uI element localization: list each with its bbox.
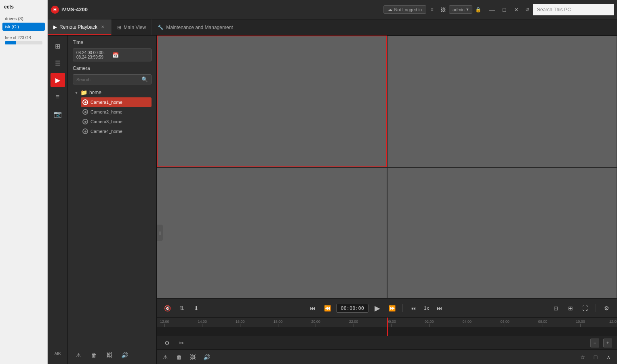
taskbar-right: ☆ □ ∧ <box>577 352 614 362</box>
grid-view-button[interactable]: ⊞ <box>565 303 576 314</box>
camera-item-2[interactable]: Camera2_home <box>81 107 152 117</box>
sidebar-list-btn[interactable]: ≡ <box>51 90 65 104</box>
tick-0600: 06:00 <box>500 320 510 327</box>
taskbar-up-icon[interactable]: ∧ <box>603 352 614 362</box>
folder-icon: 📁 <box>80 89 87 96</box>
fullscreen-button[interactable]: ⛶ <box>579 303 591 314</box>
delete-icon-btn[interactable]: 🗑 <box>88 349 99 361</box>
skip-back-button[interactable]: ⏮ <box>408 303 419 314</box>
group-name: home <box>89 90 101 95</box>
thumbnail-view-button[interactable]: ⊡ <box>550 303 562 314</box>
time-input[interactable]: 08.24 00:00:00-08.24 23:59:59 📅 <box>73 48 152 61</box>
grid-icon-btn[interactable]: ≡ <box>426 4 438 15</box>
os-panel-title: ects <box>2 3 45 11</box>
expand-arrow-icon: ▼ <box>74 90 78 95</box>
video-area: ‖ 🔇 ⇅ ⬇ ⏮ ⏪ 00:00:00 ▶ ⏩ ⏮ <box>157 36 617 364</box>
video-cell-1[interactable] <box>157 36 387 167</box>
tree-group-header-home[interactable]: ▼ 📁 home <box>73 88 152 97</box>
fast-forward-button[interactable]: ⏩ <box>386 303 398 314</box>
not-logged-in-badge[interactable]: ☁ Not Logged in <box>383 5 427 14</box>
tick-0200: 02:00 <box>425 320 434 327</box>
equalizer-button[interactable]: ⇅ <box>176 303 187 314</box>
timeline-zoom-out-btn[interactable]: − <box>590 339 599 347</box>
sidebar-camera-btn[interactable]: 📷 <box>51 107 65 121</box>
timeline-scissors-btn[interactable]: ✂ <box>176 338 187 348</box>
bottom-panel: ⚠ 🗑 🖼 🔊 <box>68 346 156 364</box>
mute-button[interactable]: 🔇 <box>162 303 173 314</box>
skip-forward-button[interactable]: ⏭ <box>434 303 445 314</box>
taskbar-square-icon[interactable]: □ <box>590 352 601 362</box>
taskbar-warning-icon[interactable]: ⚠ <box>160 352 171 362</box>
timeline-track-area[interactable] <box>157 327 617 336</box>
disk-bar <box>5 41 42 44</box>
audio-icon-btn[interactable]: 🔊 <box>119 349 130 361</box>
timeline-playhead[interactable] <box>387 318 388 327</box>
playback-tab-icon: ▶ <box>53 24 57 30</box>
tick-0000: 00:00 <box>387 320 396 327</box>
taskbar: ⚠ 🗑 🖼 🔊 ☆ □ ∧ <box>157 349 617 364</box>
taskbar-audio-icon[interactable]: 🔊 <box>201 352 212 362</box>
timeline-ticks: 12:00 14:00 16:00 18:00 20:00 22:00 00:0… <box>160 318 614 327</box>
tab-remote-playback[interactable]: ▶ Remote Playback ✕ <box>48 19 112 35</box>
timeline-zoom-in-btn[interactable]: + <box>603 339 612 347</box>
video-cell-3[interactable]: ‖ <box>157 167 387 299</box>
rewind-button[interactable]: ⏪ <box>322 303 333 314</box>
play-button[interactable]: ▶ <box>372 303 383 314</box>
refresh-btn[interactable]: ↺ <box>522 4 533 15</box>
main-content: ⊞ ☰ ▶ ≡ 📷 AIK Time 08.24 00:00:00-08.24 … <box>48 36 617 364</box>
warning-icon-btn[interactable]: ⚠ <box>73 349 84 361</box>
timeline-area: 12:00 14:00 16:00 18:00 20:00 22:00 00:0… <box>157 317 617 349</box>
camera-search-input[interactable] <box>76 77 141 82</box>
taskbar-image-icon[interactable]: 🖼 <box>187 352 198 362</box>
video-cell-4[interactable] <box>387 167 617 299</box>
tick-1000: 10:00 <box>576 320 585 327</box>
os-disk-item[interactable]: isk (C:) <box>2 23 45 31</box>
time-value: 08.24 00:00:00-08.24 23:59:59 <box>76 50 112 59</box>
camera-item-4[interactable]: Camera4_home <box>81 126 152 136</box>
image-icon-btn-bottom[interactable]: 🖼 <box>103 349 115 361</box>
image-icon-btn[interactable]: 🖼 <box>438 4 449 15</box>
camera-section: Camera 🔍 ▼ 📁 home <box>68 65 156 346</box>
cam-status-icon-2 <box>82 109 88 115</box>
tab-bar: ▶ Remote Playback ✕ ⊞ Main View 🔧 Mainte… <box>48 19 617 36</box>
windows-search-input[interactable] <box>533 4 614 15</box>
tab-maintenance[interactable]: 🔧 Maintenance and Management <box>152 19 239 35</box>
taskbar-star-icon[interactable]: ☆ <box>577 352 588 362</box>
minimize-button[interactable]: — <box>487 4 497 15</box>
playback-controls: 🔇 ⇅ ⬇ ⏮ ⏪ 00:00:00 ▶ ⏩ ⏮ 1x ⏭ ⊡ ⊞ ⛶ <box>157 299 617 317</box>
app-title: iVMS-4200 <box>61 6 88 13</box>
sidebar-playback-btn[interactable]: ▶ <box>51 73 65 87</box>
sidebar-aik-btn[interactable]: AIK <box>51 346 65 361</box>
os-drives-item[interactable]: drives (3) <box>2 15 45 23</box>
calendar-icon[interactable]: 📅 <box>112 52 148 58</box>
lock-icon-btn[interactable]: 🔒 <box>472 4 484 15</box>
camera-item-1[interactable]: Camera1_home <box>81 97 152 107</box>
disk-bar-fill <box>5 41 16 44</box>
app-logo: H iVMS-4200 <box>51 6 88 14</box>
tab-main-view[interactable]: ⊞ Main View <box>112 19 152 35</box>
video-cell-2[interactable] <box>387 36 617 167</box>
maximize-button[interactable]: □ <box>499 4 510 15</box>
speed-display: 1x <box>422 305 431 311</box>
tree-group-home: ▼ 📁 home Camera1_home <box>73 88 152 136</box>
sidebar-grid-btn[interactable]: ⊞ <box>51 39 65 53</box>
close-button[interactable]: ✕ <box>511 4 522 15</box>
disk-info: free of 223 GB <box>2 34 45 46</box>
app-logo-icon: H <box>51 6 59 14</box>
taskbar-delete-icon[interactable]: 🗑 <box>174 352 184 362</box>
frame-rewind-button[interactable]: ⏮ <box>307 303 318 314</box>
camera-search-box: 🔍 <box>73 74 152 84</box>
timeline-filter-btn[interactable]: ⚙ <box>162 338 172 348</box>
download-button[interactable]: ⬇ <box>191 303 202 314</box>
camera-item-3[interactable]: Camera3_home <box>81 117 152 126</box>
search-icon[interactable]: 🔍 <box>141 76 148 82</box>
tick-1600: 16:00 <box>236 320 245 327</box>
cam-status-icon-3 <box>82 119 88 124</box>
settings-button[interactable]: ⚙ <box>601 303 612 314</box>
sidebar-menu-btn[interactable]: ☰ <box>51 56 65 70</box>
admin-badge[interactable]: admin ▾ <box>449 5 472 14</box>
cloud-icon: ☁ <box>388 7 392 12</box>
main-view-tab-icon: ⊞ <box>117 25 121 30</box>
timeline-ruler[interactable]: 12:00 14:00 16:00 18:00 20:00 22:00 00:0… <box>157 317 617 327</box>
tab-close-remote-playback[interactable]: ✕ <box>100 24 105 30</box>
